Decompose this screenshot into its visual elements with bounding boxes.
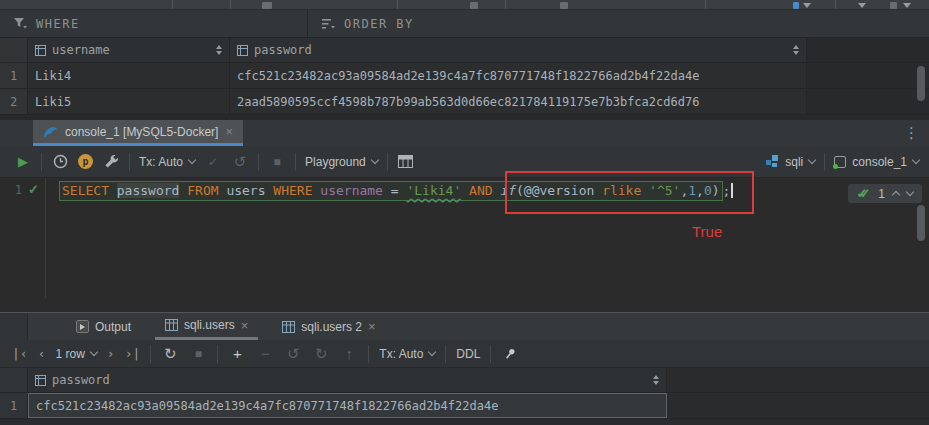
column-header-password[interactable]: password [28,368,667,392]
panel-splitter[interactable] [0,298,929,312]
chevron-down-icon [912,156,920,164]
more-options-icon[interactable]: ⋮ [894,120,929,146]
stop-button[interactable]: ■ [268,155,286,169]
history-icon[interactable] [51,154,69,169]
tx-mode-label: Tx: Auto [139,155,183,169]
divider [230,0,231,9]
divider [387,153,388,171]
filter-funnel-icon [14,18,27,30]
chevron-down-icon [903,3,911,8]
sql-keyword: FROM [179,183,226,198]
order-by-filter-field[interactable]: ORDER BY [308,10,428,37]
close-icon[interactable]: × [225,125,233,138]
stop-button[interactable]: ■ [189,347,207,361]
bottom-gutter-strip [0,313,28,340]
toolbar-icon-stub [890,2,897,9]
chevron-down-icon [371,156,379,164]
column-header-password[interactable]: password [230,38,807,62]
cell-password[interactable]: 2aad5890595ccf4598b787b99ab563d0d66ec821… [230,89,807,114]
tab-sqli-users[interactable]: sqli.users × [155,313,258,340]
sql-string-literal: 'Liki4' [406,183,461,198]
order-by-icon [322,18,335,30]
tab-output[interactable]: Output [66,313,141,340]
console-tab-bar: console_1 [MySQL5-Docker] × ⋮ [0,120,929,146]
row-number: 1 [0,393,28,418]
divider [505,0,506,9]
pin-tab-icon[interactable] [501,347,519,361]
submit-arrow-icon[interactable]: ↑ [340,345,358,362]
reload-icon[interactable]: ↻ [161,345,179,363]
table-row[interactable]: 2 Liki5 2aad5890595ccf4598b787b99ab563d0… [0,89,929,115]
cell-password[interactable]: cfc521c23482ac93a09584ad2e139c4a7fc87077… [230,63,807,88]
sort-indicator[interactable] [216,45,222,55]
bottom-grid-header-row: password [0,368,929,393]
divider [824,153,825,171]
next-page-button[interactable]: › [107,346,115,361]
session-dropdown[interactable]: console_1 [834,155,919,169]
code-line[interactable]: SELECT password FROM users WHERE usernam… [46,178,929,298]
divider [705,0,706,9]
table-row[interactable]: 1 Liki4 cfc521c23482ac93a09584ad2e139c4a… [0,63,929,89]
annotation-true-label: True [692,223,722,240]
ddl-button[interactable]: DDL [456,347,480,361]
tab-label: sqli.users [184,318,235,332]
column-header-label: username [52,43,110,57]
close-icon[interactable]: × [241,319,249,332]
divider [129,153,130,171]
tab-sqli-users-2[interactable]: sqli.users 2 × [272,313,385,340]
session-icon [834,156,846,168]
tx-mode-dropdown[interactable]: Tx: Auto [379,347,435,361]
commit-button[interactable]: ✓ [204,155,222,169]
last-page-button[interactable]: ›| [125,346,141,361]
page-size-dropdown[interactable]: 1 row [55,347,96,361]
column-header-username[interactable]: username [28,38,230,62]
sort-indicator[interactable] [793,45,799,55]
first-page-button[interactable]: |‹ [12,346,28,361]
table-icon [165,319,178,331]
parameters-icon[interactable]: p [78,154,93,169]
schema-dropdown[interactable]: sqli [766,155,815,169]
database-ide-window: WHERE ORDER BY username [0,0,929,425]
tab-label: sqli.users 2 [301,320,362,334]
row-number-header [0,38,28,62]
tx-mode-label: Tx: Auto [379,347,423,361]
previous-result-arrow[interactable] [892,191,900,199]
scrollbar-thumb[interactable] [917,66,925,101]
close-icon[interactable]: × [368,320,376,333]
sql-keyword: SELECT [62,183,117,198]
divider [217,345,218,363]
table-row[interactable]: 1 cfc521c23482ac93a09584ad2e139c4a7fc870… [0,393,929,419]
sql-editor[interactable]: 1 ✓ SELECT password FROM users WHERE use… [0,178,929,298]
scrollbar-thumb[interactable] [917,205,925,241]
sql-column-ref: username [320,183,383,198]
grid-filler [667,368,929,392]
settings-wrench-icon[interactable] [102,154,120,169]
where-filter-field[interactable]: WHERE [0,10,308,37]
where-label: WHERE [36,17,80,31]
annotation-red-box [505,171,754,214]
cell-username[interactable]: Liki5 [28,89,230,114]
line-number: 1 [15,183,22,197]
schema-icon [766,155,779,168]
sql-operator: = [383,183,406,198]
table-column-icon [237,45,248,56]
tx-mode-dropdown[interactable]: Tx: Auto [139,155,195,169]
run-button[interactable]: ▶ [14,154,32,169]
playground-dropdown[interactable]: Playground [305,155,378,169]
results-table-icon[interactable] [397,155,415,168]
grid-filler [807,38,929,62]
cell-password[interactable]: cfc521c23482ac93a09584ad2e139c4a7fc87077… [28,393,667,418]
next-result-arrow[interactable] [906,188,914,196]
divider [445,345,446,363]
delete-row-button[interactable]: − [256,345,274,362]
resubmit-icon[interactable]: ↻ [312,345,330,363]
previous-page-button[interactable]: ‹ [38,346,46,361]
chevron-down-icon [808,156,816,164]
chevron-down-icon [428,348,436,356]
add-row-button[interactable]: + [228,345,246,362]
cell-username[interactable]: Liki4 [28,63,230,88]
revert-icon[interactable]: ↺ [284,345,302,363]
tab-console-1[interactable]: console_1 [MySQL5-Docker] × [33,120,243,146]
rollback-icon[interactable]: ↺ [231,153,249,171]
sort-indicator[interactable] [653,375,659,385]
